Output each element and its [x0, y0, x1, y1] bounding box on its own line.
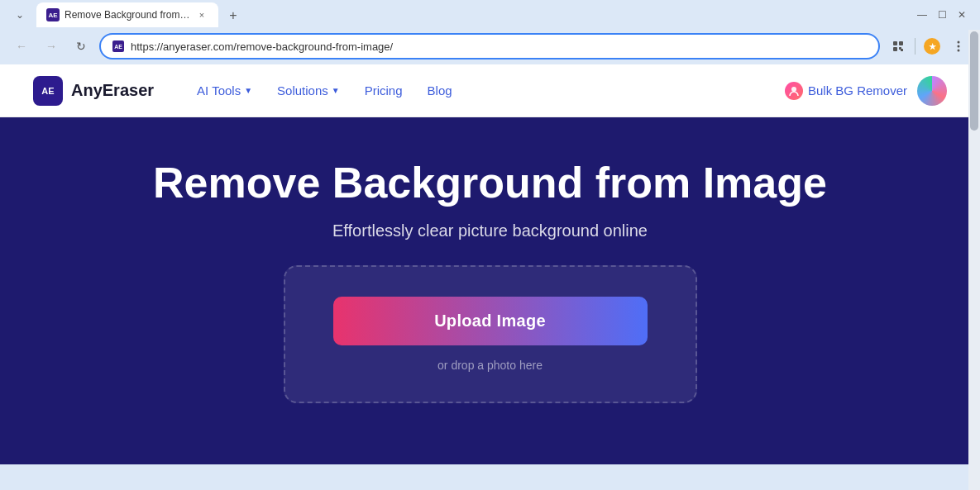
tab-title: Remove Background from Imag...	[65, 9, 190, 21]
reload-button[interactable]: ↻	[69, 35, 93, 58]
tab-list: AE Remove Background from Imag... × +	[36, 2, 245, 27]
bulk-bg-remover-link[interactable]: Bulk BG Remover	[785, 82, 907, 100]
user-avatar[interactable]	[917, 76, 947, 106]
upload-image-button[interactable]: Upload Image	[333, 297, 648, 345]
maximize-button[interactable]: ☐	[934, 7, 950, 23]
logo-icon: AE	[33, 76, 63, 106]
nav-ai-tools[interactable]: AI Tools ▼	[187, 77, 262, 104]
svg-text:★: ★	[929, 42, 937, 51]
hero-title: Remove Background from Image	[153, 159, 827, 208]
minimize-button[interactable]: —	[914, 7, 930, 23]
nav-links: AI Tools ▼ Solutions ▼ Pricing Blog	[187, 77, 785, 104]
svg-point-8	[958, 45, 960, 48]
active-tab[interactable]: AE Remove Background from Imag... ×	[36, 2, 218, 27]
svg-rect-4	[899, 47, 901, 50]
svg-rect-2	[893, 47, 897, 51]
nav-blog[interactable]: Blog	[418, 77, 462, 104]
hero-section: Remove Background from Image Effortlessl…	[0, 117, 980, 464]
browser-content: AE AnyEraser AI Tools ▼ Solutions ▼ Pric…	[0, 64, 980, 464]
tab-switcher[interactable]: ⌄	[10, 5, 30, 25]
solutions-chevron: ▼	[332, 86, 340, 95]
hero-subtitle: Effortlessly clear picture background on…	[332, 221, 648, 240]
close-button[interactable]: ✕	[954, 7, 970, 23]
forward-button[interactable]: →	[40, 35, 63, 58]
divider	[915, 38, 915, 55]
window-controls: — ☐ ✕	[914, 7, 970, 23]
bulk-bg-icon	[785, 82, 803, 100]
tab-favicon: AE	[46, 8, 60, 21]
back-button[interactable]: ←	[10, 35, 33, 58]
scrollbar[interactable]	[968, 30, 980, 490]
url-bar[interactable]: AE https://anyeraser.com/remove-backgrou…	[99, 33, 880, 59]
address-bar-actions: ★	[887, 35, 970, 58]
logo-area[interactable]: AE AnyEraser	[33, 76, 154, 106]
drop-photo-text: or drop a photo here	[437, 359, 543, 372]
browser-menu-button[interactable]	[947, 35, 970, 58]
new-tab-button[interactable]: +	[222, 4, 245, 27]
svg-point-10	[791, 87, 796, 92]
url-favicon: AE	[112, 40, 124, 52]
svg-point-9	[958, 50, 960, 52]
extensions-button[interactable]	[887, 35, 910, 58]
logo-text: AnyEraser	[71, 81, 154, 100]
scrollbar-thumb[interactable]	[970, 31, 978, 131]
address-bar: ← → ↻ AE https://anyeraser.com/remove-ba…	[0, 30, 980, 64]
url-text: https://anyeraser.com/remove-background-…	[131, 40, 867, 53]
ai-tools-chevron: ▼	[244, 86, 252, 95]
svg-rect-1	[899, 41, 903, 45]
tab-close-button[interactable]: ×	[195, 8, 208, 21]
nav-pricing[interactable]: Pricing	[355, 77, 413, 104]
svg-rect-0	[893, 41, 897, 45]
upload-card: Upload Image or drop a photo here	[284, 265, 697, 403]
site-nav: AE AnyEraser AI Tools ▼ Solutions ▼ Pric…	[0, 64, 980, 117]
title-bar: ⌄ AE Remove Background from Imag... × + …	[0, 0, 980, 30]
nav-solutions[interactable]: Solutions ▼	[267, 77, 350, 104]
svg-point-7	[958, 41, 960, 44]
extension-icon[interactable]: ★	[920, 35, 944, 58]
nav-right: Bulk BG Remover	[785, 76, 947, 106]
